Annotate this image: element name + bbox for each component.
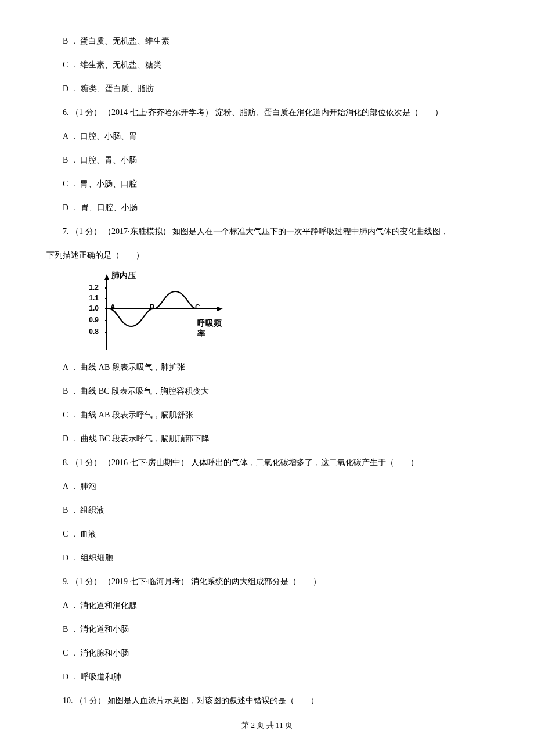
prev-option-c: C ． 维生素、无机盐、糖类: [46, 59, 488, 71]
chart-x-axis-label: 呼吸频率: [197, 318, 226, 339]
q6-stem: 6. （1 分） （2014 七上·齐齐哈尔开学考） 淀粉、脂肪、蛋白质在消化道…: [46, 106, 488, 118]
svg-marker-1: [104, 274, 109, 280]
chart-point-c: C: [195, 303, 200, 311]
chart-tick-1.0: 1.0: [84, 304, 99, 312]
chart-tick-0.9: 0.9: [84, 316, 99, 324]
q6-option-d: D ． 胃、口腔、小肠: [46, 201, 488, 214]
q7-option-b: B ． 曲线 BC 段表示吸气，胸腔容积变大: [46, 385, 488, 397]
q8-option-a: A ． 肺泡: [46, 480, 488, 492]
q7-stem-line1: 7. （1 分） （2017·东胜模拟） 如图是人在一个标准大气压下的一次平静呼…: [46, 225, 488, 237]
q9-option-b: B ． 消化道和小肠: [46, 623, 488, 635]
q7-chart: 肺内压 呼吸频率 1.2 1.1 1.0 0.9 0.8 A B C: [87, 273, 226, 354]
q6-option-c: C ． 胃、小肠、口腔: [46, 178, 488, 190]
q8-option-d: D ． 组织细胞: [46, 552, 488, 564]
q9-option-d: D ． 呼吸道和肺: [46, 671, 488, 683]
q9-option-c: C ． 消化腺和小肠: [46, 647, 488, 659]
q10-stem: 10. （1 分） 如图是人血涂片示意图，对该图的叙述中错误的是（ ）: [46, 694, 488, 707]
q9-option-a: A ． 消化道和消化腺: [46, 599, 488, 611]
page-footer: 第 2 页 共 11 页: [0, 720, 534, 730]
q7-stem-line2: 下列描述正确的是（ ）: [46, 249, 488, 261]
q8-option-c: C ． 血液: [46, 528, 488, 540]
q8-option-b: B ． 组织液: [46, 504, 488, 516]
chart-y-axis-label: 肺内压: [111, 271, 136, 281]
q6-option-a: A ． 口腔、小肠、胃: [46, 130, 488, 142]
page: B ． 蛋白质、无机盐、维生素 C ． 维生素、无机盐、糖类 D ． 糖类、蛋白…: [0, 0, 534, 756]
q7-option-c: C ． 曲线 AB 段表示呼气，膈肌舒张: [46, 409, 488, 421]
prev-option-d: D ． 糖类、蛋白质、脂肪: [46, 82, 488, 95]
q9-stem: 9. （1 分） （2019 七下·临河月考） 消化系统的两大组成部分是（ ）: [46, 575, 488, 588]
prev-option-b: B ． 蛋白质、无机盐、维生素: [46, 35, 488, 47]
chart-point-b: B: [150, 303, 155, 311]
chart-tick-0.8: 0.8: [84, 327, 99, 336]
svg-marker-3: [217, 307, 223, 311]
q7-option-a: A ． 曲线 AB 段表示吸气，肺扩张: [46, 361, 488, 373]
chart-svg: [87, 273, 226, 354]
q7-option-d: D ． 曲线 BC 段表示呼气，膈肌顶部下降: [46, 433, 488, 445]
chart-tick-1.2: 1.2: [84, 283, 99, 291]
chart-tick-1.1: 1.1: [84, 294, 99, 302]
chart-point-a: A: [110, 303, 116, 311]
q8-stem: 8. （1 分） （2016 七下·房山期中） 人体呼出的气体，二氧化碳增多了，…: [46, 456, 488, 469]
q6-option-b: B ． 口腔、胃、小肠: [46, 154, 488, 166]
